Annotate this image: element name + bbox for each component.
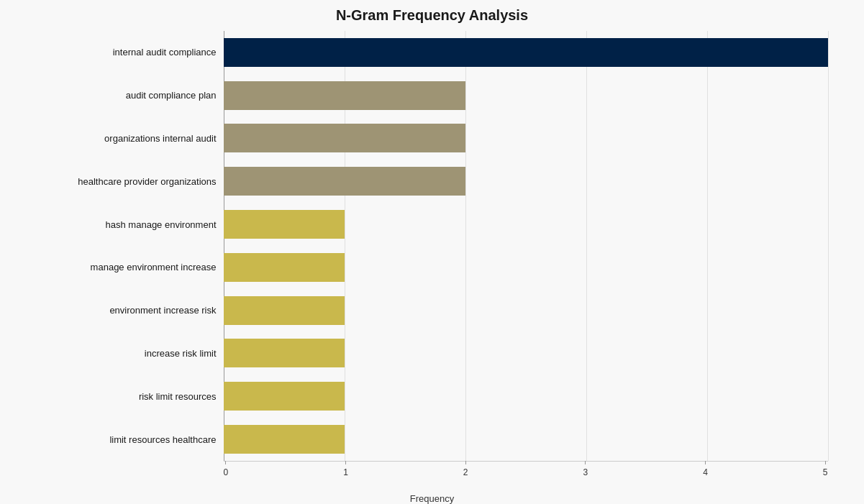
x-tick-label: 0 bbox=[224, 467, 229, 477]
bar-track bbox=[224, 81, 828, 110]
bar-fill bbox=[224, 425, 345, 454]
bar-track bbox=[224, 167, 828, 196]
bar-fill bbox=[224, 81, 465, 110]
bar-track bbox=[224, 296, 828, 325]
bar-fill bbox=[224, 253, 345, 282]
bar-track bbox=[224, 210, 828, 239]
bar-track bbox=[224, 425, 828, 454]
x-tick-label: 1 bbox=[343, 467, 348, 477]
x-tick-line bbox=[345, 461, 346, 464]
bar-label: limit resources healthcare bbox=[37, 434, 224, 445]
chart-title: N-Gram Frequency Analysis bbox=[336, 7, 528, 24]
x-axis-title: Frequency bbox=[410, 493, 454, 504]
chart-area: internal audit complianceaudit complianc… bbox=[37, 31, 828, 504]
x-tick: 1 bbox=[343, 461, 348, 504]
bar-label: hash manage environment bbox=[37, 219, 224, 230]
bar-row: organizations internal audit bbox=[37, 117, 828, 160]
bar-label: organizations internal audit bbox=[37, 133, 224, 144]
grid-line bbox=[828, 31, 829, 461]
x-axis-section: 012345 Frequency bbox=[37, 461, 828, 504]
bar-row: limit resources healthcare bbox=[37, 418, 828, 461]
bar-fill bbox=[224, 210, 345, 239]
bar-row: risk limit resources bbox=[37, 375, 828, 418]
bar-label: healthcare provider organizations bbox=[37, 176, 224, 187]
bar-label: audit compliance plan bbox=[37, 90, 224, 101]
bar-row: environment increase risk bbox=[37, 289, 828, 332]
bar-fill bbox=[224, 167, 465, 196]
bar-track bbox=[224, 339, 828, 367]
x-tick: 0 bbox=[224, 461, 229, 504]
bar-row: audit compliance plan bbox=[37, 74, 828, 117]
chart-container: N-Gram Frequency Analysis internal audit… bbox=[0, 0, 864, 504]
bar-track bbox=[224, 253, 828, 282]
bar-row: healthcare provider organizations bbox=[37, 160, 828, 203]
bar-row: increase risk limit bbox=[37, 332, 828, 375]
bar-fill bbox=[224, 38, 828, 67]
x-tick-label: 4 bbox=[703, 467, 708, 477]
bars-section: internal audit complianceaudit complianc… bbox=[37, 31, 828, 461]
x-tick: 3 bbox=[583, 461, 588, 504]
x-tick-label: 5 bbox=[823, 467, 828, 477]
x-tick-label: 3 bbox=[583, 467, 588, 477]
bar-track bbox=[224, 38, 828, 67]
x-tick: 4 bbox=[703, 461, 708, 504]
bar-label: environment increase risk bbox=[37, 305, 224, 316]
bar-fill bbox=[224, 296, 345, 325]
bar-row: manage environment increase bbox=[37, 246, 828, 289]
x-tick-line bbox=[825, 461, 826, 464]
bar-label: increase risk limit bbox=[37, 348, 224, 359]
bar-row: internal audit compliance bbox=[37, 31, 828, 74]
x-tick-line bbox=[585, 461, 586, 464]
x-tick-line bbox=[225, 461, 226, 464]
x-tick: 2 bbox=[463, 461, 468, 504]
x-ticks: 012345 bbox=[224, 461, 828, 504]
bar-label: internal audit compliance bbox=[37, 47, 224, 58]
bar-fill bbox=[224, 339, 345, 367]
x-tick-line bbox=[705, 461, 706, 464]
bar-label: manage environment increase bbox=[37, 262, 224, 272]
bar-label: risk limit resources bbox=[37, 391, 224, 402]
x-tick-label: 2 bbox=[463, 467, 468, 477]
bar-track bbox=[224, 124, 828, 152]
bar-track bbox=[224, 382, 828, 411]
x-tick: 5 bbox=[823, 461, 828, 504]
bar-row: hash manage environment bbox=[37, 203, 828, 246]
x-tick-line bbox=[465, 461, 466, 464]
bar-fill bbox=[224, 382, 345, 411]
bar-fill bbox=[224, 124, 465, 152]
